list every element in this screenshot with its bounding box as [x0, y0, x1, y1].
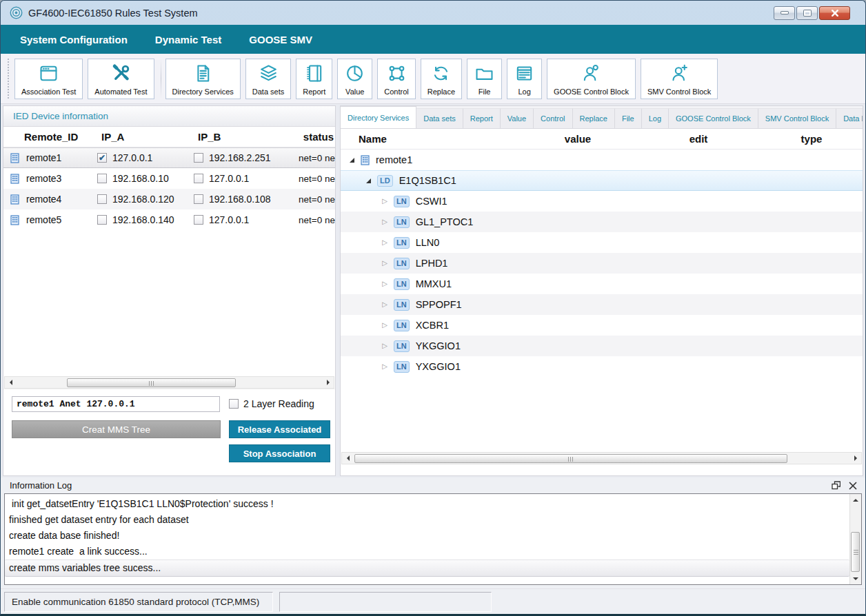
toolbar-button-control[interactable]: Control: [377, 59, 415, 99]
tree-node-mmxu1[interactable]: ▷LNMMXU1: [341, 274, 863, 294]
tree-node-remote1[interactable]: remote1: [341, 150, 863, 170]
tab-report[interactable]: Report: [463, 108, 501, 128]
toolbar-button-replace[interactable]: Replace: [421, 59, 462, 99]
tree-node-label: XCBR1: [416, 320, 449, 331]
close-panel-icon[interactable]: [849, 482, 857, 490]
minimize-button[interactable]: [774, 6, 795, 20]
tab-data-sets[interactable]: Data sets: [416, 108, 463, 128]
scrollbar-thumb[interactable]: [851, 532, 860, 572]
tab-smv-control-block[interactable]: SMV Control Block: [758, 108, 836, 128]
scroll-right-arrow-icon[interactable]: [850, 453, 861, 464]
ied-horizontal-scrollbar[interactable]: [4, 376, 334, 389]
ip-a-checkbox[interactable]: [97, 174, 107, 183]
maximize-button[interactable]: [796, 6, 818, 20]
ip-b-checkbox[interactable]: [194, 174, 203, 183]
tree-horizontal-scrollbar[interactable]: [341, 452, 862, 464]
toolbar-button-value[interactable]: Value: [337, 59, 372, 99]
tree-node-sppopf1[interactable]: ▷LNSPPOPF1: [341, 294, 863, 315]
toolbar-button-label: Automated Test: [94, 88, 147, 96]
toolbar-button-log[interactable]: Log: [507, 59, 542, 99]
close-button[interactable]: [819, 6, 850, 20]
expand-arrow-icon[interactable]: ▷: [379, 342, 390, 349]
tree-node-label: E1Q1SB1C1: [399, 175, 456, 186]
release-associated-button[interactable]: Release Associated: [229, 420, 330, 438]
tab-value[interactable]: Value: [501, 108, 534, 128]
scrollbar-thumb[interactable]: [354, 454, 787, 463]
expand-arrow-icon[interactable]: ▷: [379, 260, 390, 267]
expand-arrow-icon[interactable]: ▷: [379, 280, 390, 287]
tab-log[interactable]: Log: [642, 108, 669, 128]
log-line[interactable]: create mms variables tree sucess...: [5, 559, 849, 577]
scrollbar-thumb[interactable]: [67, 378, 236, 387]
create-mms-tree-button[interactable]: Creat MMS Tree: [12, 420, 221, 438]
connection-input[interactable]: [12, 396, 220, 412]
tab-replace[interactable]: Replace: [573, 108, 615, 128]
toolbar-button-association-test[interactable]: Association Test: [14, 59, 83, 99]
toolbar-grip-handle[interactable]: [8, 59, 10, 99]
tree-node-e1q1sb1c1[interactable]: LDE1Q1SB1C1: [341, 170, 863, 191]
menu-item-dynamic-test[interactable]: Dynamic Test: [155, 34, 221, 45]
tree-node-yxggio1[interactable]: ▷LNYXGGIO1: [341, 356, 863, 377]
two-layer-checkbox[interactable]: [229, 399, 239, 409]
toolbar-button-label: Association Test: [21, 88, 76, 96]
menu-item-system-configuration[interactable]: System Configuration: [20, 34, 128, 45]
ip-a-checkbox[interactable]: [97, 194, 107, 204]
toolbar-button-directory-services[interactable]: Directory Services: [165, 59, 241, 99]
log-line[interactable]: create data base finished!: [5, 528, 849, 544]
device-icon: [10, 215, 19, 225]
tab-file[interactable]: File: [615, 108, 642, 128]
ied-row-remote3[interactable]: remote3 192.168.0.10 127.0.0.1 net=0 ne: [3, 168, 335, 189]
tab-data-log[interactable]: Data log: [836, 108, 863, 128]
log-vertical-scrollbar[interactable]: [849, 494, 861, 584]
toolbar-button-automated-test[interactable]: Automated Test: [88, 59, 154, 99]
tree-node-ykggio1[interactable]: ▷LNYKGGIO1: [341, 336, 863, 356]
toolbar-button-smv-control-block[interactable]: SMV Control Block: [641, 59, 718, 99]
ied-row-remote5[interactable]: remote5 192.168.0.140 127.0.0.1 net=0 ne: [3, 209, 335, 230]
ip-b-value: 192.168.2.251: [209, 152, 271, 163]
ip-b-checkbox[interactable]: [194, 153, 203, 163]
ip-a-checkbox[interactable]: ✔: [97, 153, 107, 163]
tab-control[interactable]: Control: [534, 108, 572, 128]
scroll-left-arrow-icon[interactable]: [5, 377, 16, 388]
expand-arrow-icon[interactable]: ▷: [379, 239, 390, 246]
tab-directory-services[interactable]: Directory Services: [341, 106, 416, 128]
status-value: net=0 ne: [290, 153, 335, 163]
toolbar-button-report[interactable]: Report: [296, 59, 332, 99]
toolbar-button-goose-control-block[interactable]: GOOSE Control Block: [547, 59, 636, 99]
stop-association-button[interactable]: Stop Association: [229, 444, 330, 462]
association-controls: 2 Layer Reading Creat MMS Tree Release A…: [3, 389, 335, 475]
tree-node-lphd1[interactable]: ▷LNLPHD1: [341, 253, 863, 274]
scroll-right-arrow-icon[interactable]: [323, 377, 334, 388]
toolbar-button-file[interactable]: File: [467, 59, 502, 99]
scroll-left-arrow-icon[interactable]: [342, 453, 353, 464]
log-line[interactable]: init get_datsetEntry 'E1Q1SB1C1 LLN0$Pro…: [5, 496, 849, 512]
scroll-up-arrow-icon[interactable]: [850, 494, 861, 505]
ied-row-remote4[interactable]: remote4 192.168.0.120 192.168.0.108 net=…: [3, 189, 335, 209]
tree-node-gl1-ptoc1[interactable]: ▷LNGL1_PTOC1: [341, 212, 863, 232]
collapse-arrow-icon[interactable]: [363, 178, 374, 183]
close-icon: [831, 9, 839, 17]
report-icon: [303, 63, 325, 85]
scroll-down-arrow-icon[interactable]: [850, 573, 861, 584]
ip-a-checkbox[interactable]: [97, 215, 107, 225]
tab-goose-control-block[interactable]: GOOSE Control Block: [669, 108, 758, 128]
status-value: net=0 ne: [290, 174, 335, 184]
window-content: Association Test Automated Test Director…: [1, 54, 865, 614]
float-panel-icon[interactable]: [832, 481, 840, 490]
expand-arrow-icon[interactable]: ▷: [379, 198, 390, 205]
ied-row-remote1[interactable]: remote1 ✔127.0.0.1 192.168.2.251 net=0 n…: [3, 147, 335, 168]
expand-arrow-icon[interactable]: ▷: [379, 218, 390, 225]
menu-item-goose-smv[interactable]: GOOSE SMV: [249, 34, 312, 45]
ip-b-checkbox[interactable]: [194, 215, 203, 225]
expand-arrow-icon[interactable]: ▷: [379, 301, 390, 308]
log-line[interactable]: finished get dataset entry for each data…: [5, 512, 849, 528]
collapse-arrow-icon[interactable]: [346, 158, 357, 163]
tree-node-cswi1[interactable]: ▷LNCSWI1: [341, 191, 863, 212]
ip-b-checkbox[interactable]: [194, 194, 203, 204]
tree-node-xcbr1[interactable]: ▷LNXCBR1: [341, 315, 863, 336]
expand-arrow-icon[interactable]: ▷: [379, 363, 390, 370]
toolbar-button-data-sets[interactable]: Data sets: [245, 59, 291, 99]
log-line[interactable]: remote1 create a link success...: [5, 544, 849, 559]
expand-arrow-icon[interactable]: ▷: [379, 322, 390, 329]
tree-node-lln0[interactable]: ▷LNLLN0: [341, 232, 863, 253]
